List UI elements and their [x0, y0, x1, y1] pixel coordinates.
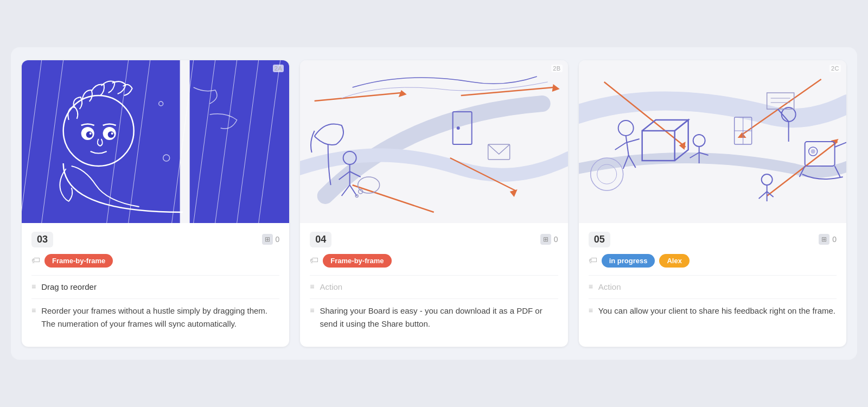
lines-icon-2: ≡	[310, 282, 314, 291]
desc-text-3: You can allow your client to share his f…	[598, 304, 835, 317]
comment-plus-icon-2[interactable]: ⊞	[540, 234, 551, 245]
svg-rect-2	[180, 60, 190, 223]
card-number-1: 03	[31, 232, 53, 247]
desc-lines-icon-2: ≡	[310, 306, 314, 315]
lines-icon-3: ≡	[589, 282, 593, 291]
card-number-2: 04	[310, 232, 331, 247]
card-description-2: ≡ Sharing your Board is easy - you can d…	[310, 298, 558, 336]
desc-text-2: Sharing your Board is easy - you can dow…	[320, 304, 558, 330]
card-body-3: 05 ⊞ 0 🏷 in progress Alex ≡ Action ≡ You…	[579, 223, 846, 347]
storyboard-card-3: 2C	[579, 60, 846, 347]
desc-text-1: Reorder your frames without a hustle sim…	[41, 304, 279, 330]
action-text-3: Action	[598, 281, 621, 294]
card-tags-3: 🏷 in progress Alex	[589, 254, 837, 268]
frame-number-3: 2C	[829, 65, 841, 72]
comment-plus-icon-3[interactable]: ⊞	[819, 234, 829, 245]
card-comment-3[interactable]: ⊞ 0	[819, 234, 837, 245]
card-action-2[interactable]: ≡ Action	[310, 275, 558, 299]
desc-lines-icon-1: ≡	[31, 306, 36, 315]
comment-count-2: 0	[554, 235, 558, 244]
action-text-1: Drag to reorder	[41, 281, 97, 294]
card-description-1: ≡ Reorder your frames without a hustle s…	[31, 298, 279, 336]
svg-rect-1	[188, 60, 290, 223]
card-image-3[interactable]: 2C	[579, 60, 846, 223]
action-text-2: Action	[320, 281, 343, 294]
frame-number-2: 2B	[551, 65, 562, 72]
card-comment-2[interactable]: ⊞ 0	[540, 234, 558, 245]
tag-icon-1: 🏷	[31, 256, 40, 265]
comment-count-3: 0	[832, 235, 837, 244]
tag-label-3-1[interactable]: Alex	[659, 254, 689, 268]
lines-icon-1: ≡	[31, 282, 36, 291]
comment-count-1: 0	[276, 235, 280, 244]
card-header-1: 03 ⊞ 0	[31, 232, 279, 247]
card-image-2[interactable]: 2B	[300, 60, 567, 223]
card-action-1[interactable]: ≡ Drag to reorder	[31, 275, 279, 299]
comment-plus-icon-1[interactable]: ⊞	[262, 234, 273, 245]
card-tags-1: 🏷 Frame-by-frame	[31, 254, 279, 268]
frame-number-1: 2A	[273, 65, 284, 72]
tag-label-3-0[interactable]: in progress	[602, 254, 655, 268]
card-body-2: 04 ⊞ 0 🏷 Frame-by-frame ≡ Action ≡ Shari…	[300, 223, 567, 347]
svg-point-8	[90, 132, 92, 135]
svg-point-30	[457, 126, 460, 130]
tag-icon-2: 🏷	[310, 256, 318, 265]
card-body-1: 03 ⊞ 0 🏷 Frame-by-frame ≡ Drag to reorde…	[22, 223, 289, 347]
card-action-3[interactable]: ≡ Action	[589, 275, 837, 299]
storyboard-card-1: 2A	[22, 60, 289, 347]
tag-label-1-0[interactable]: Frame-by-frame	[44, 254, 113, 268]
tag-label-2-0[interactable]: Frame-by-frame	[323, 254, 391, 268]
card-number-3: 05	[589, 232, 610, 247]
card-comment-1[interactable]: ⊞ 0	[262, 234, 280, 245]
storyboard-container: 2A	[11, 47, 857, 360]
svg-point-67	[810, 149, 815, 154]
svg-point-7	[108, 131, 114, 138]
storyboard-card-2: 2B	[300, 60, 567, 347]
svg-rect-21	[300, 60, 567, 223]
card-header-3: 05 ⊞ 0	[589, 232, 837, 247]
card-tags-2: 🏷 Frame-by-frame	[310, 254, 558, 268]
tag-icon-3: 🏷	[589, 256, 597, 265]
card-description-3: ≡ You can allow your client to share his…	[589, 298, 837, 323]
svg-point-9	[111, 132, 113, 135]
svg-point-6	[86, 131, 93, 138]
desc-lines-icon-3: ≡	[589, 306, 593, 315]
card-header-2: 04 ⊞ 0	[310, 232, 558, 247]
card-image-1[interactable]: 2A	[22, 60, 289, 223]
